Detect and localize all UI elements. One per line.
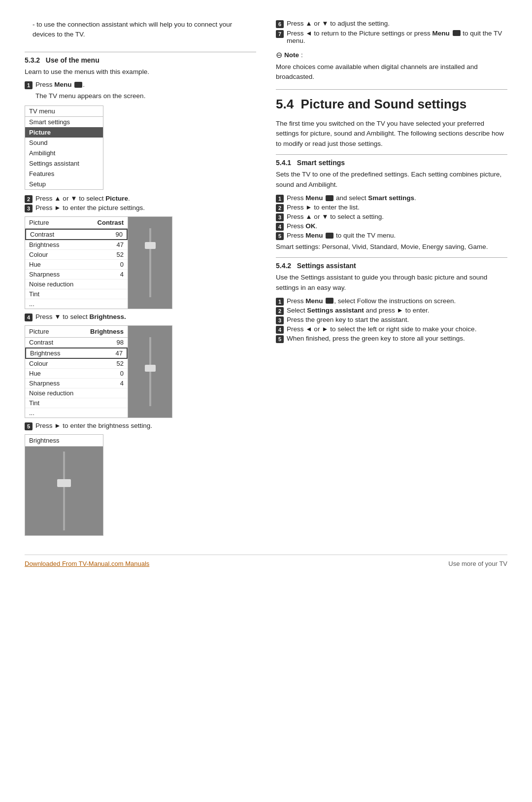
pic-row-noise: Noise reduction (25, 279, 128, 289)
pic-row-hue-name: Hue (29, 261, 110, 268)
picture-brightness-table: Picture Brightness Contrast 98 Brightnes… (25, 325, 172, 418)
note-box: ⊖ Note: More choices come available when… (276, 49, 507, 82)
section-542-intro: Use the Settings assistant to guide you … (276, 273, 507, 293)
bpic-row-brightness-name: Brightness (30, 349, 109, 357)
section-532: 5.3.2 Use of the menu Learn to use the m… (25, 56, 256, 536)
s542-step-1-num: 1 (276, 298, 284, 306)
bpic-row-more: ... (25, 408, 128, 418)
bpic-row-more-name: ... (29, 409, 124, 417)
step-1-num: 1 (25, 81, 33, 89)
tv-menu-item-ambilight: Ambilight (25, 148, 103, 158)
footer: Downloaded From TV-Manual.com Manuals Us… (25, 555, 507, 567)
section-542-heading: 5.4.2 Settings assistant (276, 262, 507, 270)
v-slider-track-3 (63, 452, 65, 530)
tv-menu-item-setup: Setup (25, 179, 103, 189)
pic-row-brightness-name: Brightness (29, 241, 110, 248)
menu-icon-542-1 (326, 298, 333, 304)
bpic-row-hue-val: 0 (110, 370, 124, 377)
menu-icon-541-5 (326, 233, 333, 239)
step-6-num: 6 (276, 20, 284, 28)
step-1-text: Press Menu . (35, 81, 85, 88)
section-532-intro: Learn to use the menus with this example… (25, 67, 256, 77)
s542-step-4-num: 4 (276, 326, 284, 334)
pic-row-noise-name: Noise reduction (29, 280, 124, 288)
s542-step-3-num: 3 (276, 316, 284, 324)
footer-link[interactable]: Downloaded From TV-Manual.com Manuals (25, 560, 149, 567)
pic-row-sharpness: Sharpness 4 (25, 270, 128, 279)
section-54-num: 5.4 (276, 97, 294, 111)
step-3-text: Press ► to enter the picture settings. (35, 204, 145, 211)
step-5-num: 5 (25, 422, 33, 430)
s541-step-1-num: 1 (276, 195, 284, 203)
s541-step-1-text: Press Menu and select Smart settings. (287, 194, 416, 202)
picture-brightness-left: Picture Brightness Contrast 98 Brightnes… (25, 326, 128, 418)
section-532-heading: 5.3.2 Use of the menu (25, 56, 256, 64)
s542-step-3-text: Press the green key to start the assista… (287, 316, 409, 323)
left-column: - to use the connection assistant which … (25, 20, 256, 540)
step-6-text: Press ▲ or ▼ to adjust the setting. (287, 20, 390, 27)
section-54-title: Picture and Sound settings (301, 97, 467, 111)
section-532-num: 5.3.2 (25, 56, 40, 64)
footer-right-text: Use more of your TV (448, 560, 507, 567)
bpic-row-colour: Colour 52 (25, 359, 128, 369)
bpic-row-tint-name: Tint (29, 399, 124, 407)
note-label: Note (284, 50, 299, 60)
section-541-footnote: Smart settings: Personal, Vivid, Standar… (276, 242, 507, 252)
section-541-num: 5.4.1 (276, 159, 291, 167)
section-542: 5.4.2 Settings assistant Use the Setting… (276, 262, 507, 343)
tv-menu-item-settings-assistant: Settings assistant (25, 158, 103, 169)
step-4-num: 4 (25, 314, 33, 321)
section-54-intro: The first time you switched on the TV yo… (276, 119, 507, 150)
section-542-title: Settings assistant (297, 262, 356, 270)
picture-contrast-slider (128, 217, 172, 309)
s541-step-4-text: Press OK. (287, 222, 317, 230)
v-slider-track-1 (149, 228, 151, 297)
note-colon: : (301, 50, 303, 60)
tv-menu-item-sound: Sound (25, 138, 103, 148)
pic-bheader-right: Brightness (90, 328, 124, 335)
right-column: 6 Press ▲ or ▼ to adjust the setting. 7 … (276, 20, 507, 540)
section-541-title: Smart settings (297, 159, 345, 167)
pic-header-label: Picture (29, 219, 49, 226)
s542-step-2-num: 2 (276, 307, 284, 315)
step-4-text: Press ▼ to select Brightness. (35, 313, 126, 320)
section-541: 5.4.1 Smart settings Sets the TV to one … (276, 159, 507, 252)
intro-bullet: - to use the connection assistant which … (25, 20, 256, 40)
brightness-slider-area (25, 447, 103, 535)
pic-row-more: ... (25, 299, 128, 309)
s541-step-2-text: Press ► to enter the list. (287, 204, 360, 211)
pic-row-hue-val: 0 (110, 261, 124, 268)
bpic-row-sharpness-name: Sharpness (29, 380, 110, 387)
section-54: 5.4 Picture and Sound settings The first… (276, 97, 507, 150)
step-2-text: Press ▲ or ▼ to select Picture. (35, 195, 130, 202)
pic-row-colour-name: Colour (29, 251, 110, 258)
bpic-row-sharpness-val: 4 (110, 380, 124, 387)
s542-step-5-text: When finished, press the green key to st… (287, 335, 465, 342)
bpic-row-contrast-val: 98 (110, 339, 124, 346)
step-3-num: 3 (25, 205, 33, 212)
bpic-row-contrast: Contrast 98 (25, 338, 128, 348)
brightness-box: Brightness (25, 434, 103, 536)
tv-menu-item-smart: Smart settings (25, 117, 103, 127)
pic-brightness-header: Picture Brightness (25, 326, 128, 338)
v-slider-track-2 (149, 337, 151, 406)
section-541-heading: 5.4.1 Smart settings (276, 159, 507, 167)
bpic-row-brightness-val: 47 (109, 349, 123, 357)
s541-step-5-text: Press Menu to quit the TV menu. (287, 232, 396, 239)
section-54-heading: 5.4 Picture and Sound settings (276, 97, 507, 112)
step-7-text: Press ◄ to return to the Picture setting… (287, 30, 507, 44)
section-541-intro: Sets the TV to one of the predefined set… (276, 170, 507, 190)
v-slider-thumb-3 (57, 479, 71, 487)
bpic-row-colour-name: Colour (29, 360, 110, 367)
tv-menu-item-features: Features (25, 169, 103, 179)
step-5-text: Press ► to enter the brightness setting. (35, 422, 152, 429)
section-542-num: 5.4.2 (276, 262, 291, 270)
tv-menu-header: TV menu (25, 106, 103, 117)
bpic-row-brightness: Brightness 47 (25, 348, 128, 359)
s541-step-3-num: 3 (276, 213, 284, 221)
bpic-row-contrast-name: Contrast (29, 339, 110, 346)
pic-row-sharpness-name: Sharpness (29, 271, 110, 278)
bpic-row-hue: Hue 0 (25, 369, 128, 379)
menu-icon-1 (74, 82, 82, 88)
pic-row-hue: Hue 0 (25, 260, 128, 270)
